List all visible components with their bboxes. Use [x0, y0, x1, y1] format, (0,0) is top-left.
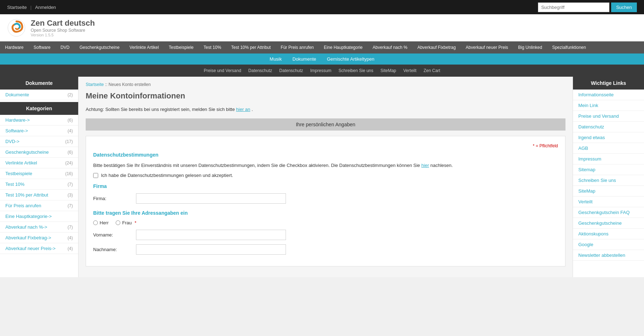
- sidebar-software-link[interactable]: Software->: [5, 128, 28, 133]
- right-agb-link[interactable]: AGB: [578, 146, 588, 151]
- sidebar-item-testbeispiele: Testbeispiele (16): [0, 168, 78, 179]
- footer-preise[interactable]: Preise und Versand: [204, 68, 241, 73]
- sidebar-geschenkgutscheine-link[interactable]: Geschenkgutscheine: [5, 149, 49, 155]
- page-layout: Dokumente Dokumente (2) Kategorien Hardw…: [0, 77, 644, 277]
- footer-verteilt[interactable]: Verteilt: [403, 68, 417, 73]
- right-sitemap-link[interactable]: Sitemap: [578, 167, 595, 172]
- right-aktionskupons-link[interactable]: Aktionskupons: [578, 231, 609, 236]
- sidebar-hauptkategorie-link[interactable]: Eine Hauptkategorie->: [5, 214, 52, 219]
- required-note-text: = Pflichtfeld: [536, 143, 558, 148]
- right-newsletter-link[interactable]: Newsletter abbestellen: [578, 253, 625, 258]
- logo-text: Zen Cart deutsch Open Source Shop Softwa…: [31, 19, 95, 37]
- footer-sitemap[interactable]: SiteMap: [381, 68, 396, 73]
- breadcrumb-separator: ::: [105, 82, 109, 87]
- right-link-irgend: Irgend etwas: [573, 132, 644, 143]
- datenschutz-hier-link[interactable]: hier: [421, 163, 429, 168]
- herr-radio[interactable]: [93, 220, 98, 225]
- datenschutz-checkbox-label: Ich habe die Datenschutzbestimmungen gel…: [101, 173, 233, 178]
- right-irgend-link[interactable]: Irgend etwas: [578, 135, 605, 140]
- anmelden-link[interactable]: Anmelden: [35, 5, 56, 10]
- right-informationsseite-link[interactable]: Informationsseite: [578, 92, 614, 97]
- firma-row: Firma:: [93, 193, 558, 204]
- nav-fuer-preis[interactable]: Für Preis anrufen: [276, 41, 319, 54]
- footer-datenschutz1[interactable]: Datenschutz: [248, 68, 272, 73]
- sidebar-verlinkte-link[interactable]: Verlinkte Artikel: [5, 160, 37, 166]
- search-input[interactable]: [538, 2, 609, 12]
- sidebar-kategorien-header: Kategorien: [0, 102, 78, 115]
- frau-radio[interactable]: [116, 220, 120, 225]
- nachname-input[interactable]: [136, 244, 286, 255]
- adresse-title: Bitte tragen Sie Ihre Adressangaben ein: [93, 210, 558, 216]
- nav-hauptkategorie[interactable]: Eine Hauptkategorie: [319, 41, 368, 54]
- sidebar-item-abverkauf-fix: Abverkauf Fixbetrag-> (4): [0, 233, 78, 243]
- nav-abverkauf-fix[interactable]: Abverkauf Fixbetrag: [412, 41, 461, 54]
- sidebar-abverkauffix-link[interactable]: Abverkauf Fixbetrag->: [5, 235, 51, 240]
- sidebar-fuerpreis-link[interactable]: Für Preis anrufen: [5, 203, 41, 208]
- footer-impressum[interactable]: Impressum: [310, 68, 331, 73]
- right-schreiben-link[interactable]: Schreiben Sie uns: [578, 178, 616, 183]
- footer-zencart[interactable]: Zen Cart: [423, 68, 440, 73]
- nav-test10-attribut[interactable]: Test 10% per Attribut: [226, 41, 276, 54]
- right-link-datenschutz: Datenschutz: [573, 122, 644, 132]
- right-link-sitemap2: SiteMap: [573, 186, 644, 197]
- startseite-link[interactable]: Startseite: [7, 5, 27, 10]
- right-sitemap2-link[interactable]: SiteMap: [578, 188, 595, 194]
- nav-software[interactable]: Software: [29, 41, 55, 54]
- sidebar-test10attribut-link[interactable]: Test 10% per Attribut: [5, 192, 48, 198]
- sidebar-dokumente-link[interactable]: Dokumente: [5, 92, 29, 97]
- right-verteilt-link[interactable]: Verteilt: [578, 199, 593, 204]
- search-button[interactable]: Suchen: [611, 2, 637, 12]
- logo-title: Zen Cart deutsch: [31, 19, 95, 28]
- footer-datenschutz2[interactable]: Datenschutz: [279, 68, 303, 73]
- nav-dokumente[interactable]: Dokumente: [292, 56, 316, 62]
- footer-schreiben[interactable]: Schreiben Sie uns: [338, 68, 373, 73]
- sidebar-abverkaufnach-link[interactable]: Abverkauf nach %->: [5, 224, 47, 230]
- sidebar-test10-link[interactable]: Test 10%: [5, 182, 24, 187]
- nav-dvd[interactable]: DVD: [55, 41, 74, 54]
- nav-big-unlinked[interactable]: Big Unlinked: [513, 41, 547, 54]
- nav-geschenkgutscheine[interactable]: Geschenkgutscheine: [75, 41, 125, 54]
- right-link-aktionskupons: Aktionskupons: [573, 229, 644, 239]
- breadcrumb-startseite[interactable]: Startseite: [86, 82, 104, 87]
- nav-test10[interactable]: Test 10%: [198, 41, 226, 54]
- sidebar-abverkaufneu-link[interactable]: Abverkauf neuer Preis->: [5, 246, 56, 251]
- right-sidebar-header: Wichtige Links: [573, 77, 644, 90]
- sidebar-item-geschenkgutscheine: Geschenkgutscheine (6): [0, 147, 78, 158]
- nav-abverkauf-nach[interactable]: Abverkauf nach %: [368, 41, 412, 54]
- firma-input[interactable]: [136, 193, 286, 204]
- top-bar: Startseite | Anmelden Suchen: [0, 0, 644, 14]
- vorname-input[interactable]: [136, 230, 286, 240]
- firma-label: Firma:: [93, 196, 136, 201]
- right-datenschutz-link[interactable]: Datenschutz: [578, 124, 604, 129]
- nav-abverkauf-neu[interactable]: Abverkauf neuer Preis: [461, 41, 513, 54]
- nav-testbeispiele[interactable]: Testbeispiele: [164, 41, 198, 54]
- warning-text-post: .: [252, 107, 253, 112]
- datenschutz-checkbox-row: Ich habe die Datenschutzbestimmungen gel…: [93, 173, 558, 178]
- right-link-informationsseite: Informationsseite: [573, 90, 644, 100]
- logo-subtitle: Open Source Shop Software: [31, 28, 95, 33]
- sidebar-item-test10-attribut: Test 10% per Attribut (3): [0, 190, 78, 200]
- right-preise-link[interactable]: Preise und Versand: [578, 113, 619, 119]
- personal-section-header: Ihre persönlichen Angaben: [86, 118, 565, 131]
- right-google-link[interactable]: Google: [578, 242, 593, 247]
- nav-verlinkte-artikel[interactable]: Verlinkte Artikel: [125, 41, 164, 54]
- sidebar-testbeispiele-link[interactable]: Testbeispiele: [5, 171, 32, 176]
- sidebar-geschenkgutscheine-count: (6): [67, 150, 73, 155]
- firma-title: Firma: [93, 183, 558, 189]
- sidebar-hardware-link[interactable]: Hardware->: [5, 117, 30, 123]
- warning-hier-an-link[interactable]: hier an: [236, 107, 250, 112]
- datenschutz-title: Datenschutzbestimmungen: [93, 152, 558, 158]
- right-link-geschenkgutscheine: Geschenkgutscheine: [573, 218, 644, 229]
- right-meinlink-link[interactable]: Mein Link: [578, 103, 598, 108]
- sidebar-dvd-link[interactable]: DVD->: [5, 139, 19, 144]
- sidebar-item-test10: Test 10% (7): [0, 179, 78, 190]
- datenschutz-checkbox[interactable]: [93, 173, 98, 178]
- nav-musik[interactable]: Musik: [270, 56, 282, 62]
- right-geschenkfaq-link[interactable]: Geschenkgutschein FAQ: [578, 210, 630, 215]
- nav-spezial[interactable]: Spezialfunktionen: [547, 41, 591, 54]
- right-geschenkgutscheine-link[interactable]: Geschenkgutscheine: [578, 220, 622, 226]
- right-impressum-link[interactable]: Impressum: [578, 156, 601, 162]
- sidebar-testbeispiele-count: (16): [65, 171, 73, 176]
- nav-gemischte[interactable]: Gemischte Artikeltypen: [327, 56, 374, 62]
- nav-hardware[interactable]: Hardware: [0, 41, 29, 54]
